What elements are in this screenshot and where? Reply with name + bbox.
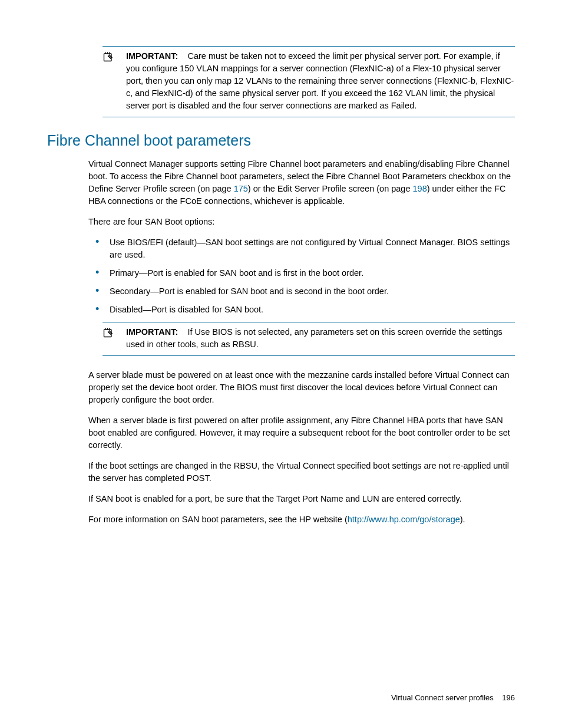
- paragraph: If the boot settings are changed in the …: [88, 460, 515, 485]
- paragraph-with-link: For more information on SAN boot paramet…: [88, 513, 515, 526]
- important-callout-2: IMPORTANT: If Use BIOS is not selected, …: [103, 322, 515, 356]
- important-icon: [103, 50, 126, 112]
- intro-paragraph: Virtual Connect Manager supports setting…: [88, 158, 515, 207]
- important-icon: [103, 326, 126, 351]
- page-link-175[interactable]: 175: [234, 184, 248, 193]
- paragraph: If SAN boot is enabled for a port, be su…: [88, 493, 515, 505]
- list-item: Primary—Port is enabled for SAN boot and…: [88, 267, 515, 279]
- footer-page-number: 196: [502, 693, 515, 702]
- important-text-1: IMPORTANT: Care must be taken not to exc…: [126, 50, 515, 112]
- list-item: Secondary—Port is enabled for SAN boot a…: [88, 285, 515, 298]
- section-heading: Fibre Channel boot parameters: [47, 130, 515, 151]
- page-footer: Virtual Connect server profiles 196: [391, 693, 515, 703]
- paragraph: When a server blade is first powered on …: [88, 414, 515, 452]
- paragraph: A server blade must be powered on at lea…: [88, 369, 515, 406]
- page-link-198[interactable]: 198: [413, 184, 427, 193]
- list-item: Disabled—Port is disabled for SAN boot.: [88, 304, 515, 316]
- footer-section: Virtual Connect server profiles: [391, 693, 494, 702]
- options-intro: There are four SAN Boot options:: [88, 216, 515, 228]
- important-callout-1: IMPORTANT: Care must be taken not to exc…: [103, 46, 515, 117]
- important-text-2: IMPORTANT: If Use BIOS is not selected, …: [126, 326, 515, 351]
- important-label: IMPORTANT:: [126, 327, 178, 337]
- san-boot-options-list: Use BIOS/EFI (default)—SAN boot settings…: [88, 236, 515, 316]
- page-content: IMPORTANT: Care must be taken not to exc…: [0, 0, 562, 558]
- important-label: IMPORTANT:: [126, 51, 178, 61]
- hp-storage-link[interactable]: http://www.hp.com/go/storage: [348, 515, 460, 524]
- list-item: Use BIOS/EFI (default)—SAN boot settings…: [88, 236, 515, 261]
